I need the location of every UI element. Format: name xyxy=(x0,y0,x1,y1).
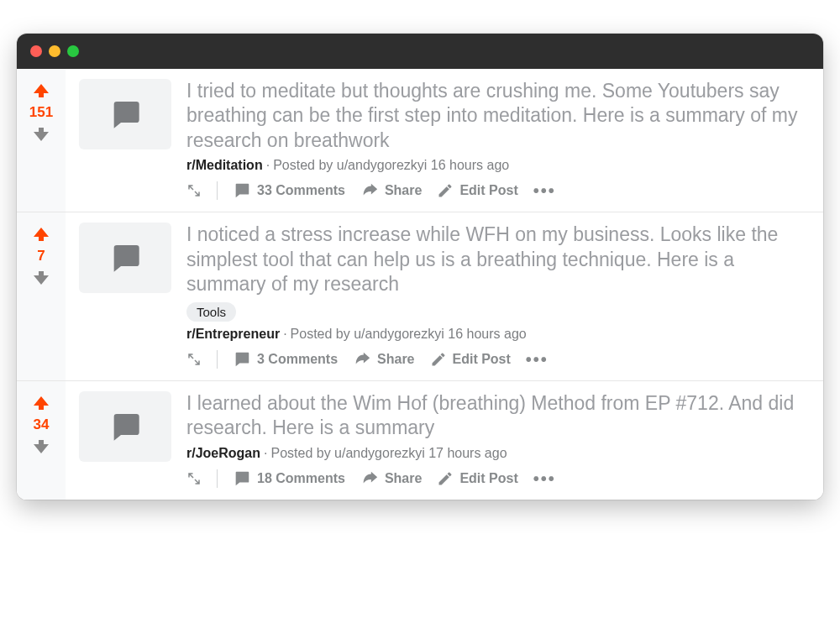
post-card: 7 I noticed a stress increase while WFH … xyxy=(17,212,823,380)
post-title[interactable]: I noticed a stress increase while WFH on… xyxy=(186,223,808,296)
comments-label: 3 Comments xyxy=(257,352,338,367)
post-title[interactable]: I tried to meditate but thoughts are cru… xyxy=(186,79,808,153)
thumbnail-column xyxy=(66,69,180,212)
post-actions: 33 Comments Share Edit Post ••• xyxy=(186,181,808,200)
vote-score: 34 xyxy=(34,416,50,433)
post-list: 151 I tried to meditate but thoughts are… xyxy=(17,69,823,500)
window-close-button[interactable] xyxy=(30,45,42,57)
share-label: Share xyxy=(377,352,414,367)
expand-button[interactable] xyxy=(186,183,202,198)
edit-label: Edit Post xyxy=(459,471,517,486)
share-label: Share xyxy=(385,471,422,486)
comments-label: 18 Comments xyxy=(257,471,345,486)
more-actions-button[interactable]: ••• xyxy=(526,351,549,368)
thumbnail-column xyxy=(66,212,180,380)
post-meta: r/Meditation·Posted by u/andygorezkyi 16… xyxy=(186,158,808,173)
text-post-icon xyxy=(79,391,171,462)
downvote-button[interactable] xyxy=(31,437,51,457)
upvote-button[interactable] xyxy=(31,81,51,101)
expand-button[interactable] xyxy=(186,352,202,367)
posted-by-label: Posted by xyxy=(291,327,354,341)
more-actions-button[interactable]: ••• xyxy=(533,182,556,199)
author-link[interactable]: u/andygorezkyi xyxy=(334,446,425,460)
post-meta: r/JoeRogan·Posted by u/andygorezkyi 17 h… xyxy=(186,446,808,461)
post-age: 16 hours ago xyxy=(431,158,509,172)
post-title[interactable]: I learned about the Wim Hof (breathing) … xyxy=(186,391,808,441)
post-age: 16 hours ago xyxy=(448,327,526,341)
vote-column: 7 xyxy=(17,212,66,380)
post-age: 17 hours ago xyxy=(428,446,507,460)
post-actions: 3 Comments Share Edit Post ••• xyxy=(186,350,808,369)
vote-score: 151 xyxy=(29,104,53,121)
posted-by-label: Posted by xyxy=(270,446,334,460)
edit-label: Edit Post xyxy=(453,352,511,367)
author-link[interactable]: u/andygorezkyi xyxy=(354,327,444,341)
expand-button[interactable] xyxy=(186,471,202,486)
share-button[interactable]: Share xyxy=(353,350,414,369)
edit-button[interactable]: Edit Post xyxy=(437,182,517,199)
edit-button[interactable]: Edit Post xyxy=(430,351,511,368)
upvote-button[interactable] xyxy=(31,224,51,244)
post-actions: 18 Comments Share Edit Post ••• xyxy=(186,469,808,488)
edit-button[interactable]: Edit Post xyxy=(437,470,517,487)
post-card: 151 I tried to meditate but thoughts are… xyxy=(17,69,823,212)
vote-column: 34 xyxy=(17,381,66,500)
posted-by-label: Posted by xyxy=(273,158,337,172)
window-maximize-button[interactable] xyxy=(67,45,79,57)
edit-label: Edit Post xyxy=(459,183,517,198)
post-meta: r/Entrepreneur·Posted by u/andygorezkyi … xyxy=(186,327,808,342)
window-minimize-button[interactable] xyxy=(49,45,60,57)
action-divider xyxy=(217,350,218,369)
comments-button[interactable]: 3 Comments xyxy=(233,350,338,369)
action-divider xyxy=(217,469,218,488)
post-flair[interactable]: Tools xyxy=(186,302,236,322)
upvote-button[interactable] xyxy=(31,393,51,413)
action-divider xyxy=(217,181,218,200)
thumbnail-column xyxy=(66,381,180,500)
share-button[interactable]: Share xyxy=(360,181,422,200)
post-content: I learned about the Wim Hof (breathing) … xyxy=(180,381,823,500)
post-card: 34 I learned about the Wim Hof (breathin… xyxy=(17,381,823,500)
text-post-icon xyxy=(79,223,171,293)
downvote-button[interactable] xyxy=(31,124,51,144)
post-content: I noticed a stress increase while WFH on… xyxy=(180,212,823,380)
subreddit-link[interactable]: r/Meditation xyxy=(186,158,263,172)
subreddit-link[interactable]: r/Entrepreneur xyxy=(186,327,280,341)
downvote-button[interactable] xyxy=(31,268,51,288)
author-link[interactable]: u/andygorezkyi xyxy=(337,158,428,172)
comments-label: 33 Comments xyxy=(257,183,345,198)
share-label: Share xyxy=(385,183,422,198)
vote-score: 7 xyxy=(37,248,45,264)
share-button[interactable]: Share xyxy=(360,469,422,488)
comments-button[interactable]: 18 Comments xyxy=(233,469,345,488)
comments-button[interactable]: 33 Comments xyxy=(233,181,345,200)
app-window: 151 I tried to meditate but thoughts are… xyxy=(17,34,823,500)
window-titlebar xyxy=(17,34,823,69)
subreddit-link[interactable]: r/JoeRogan xyxy=(186,446,260,460)
more-actions-button[interactable]: ••• xyxy=(533,470,556,487)
text-post-icon xyxy=(79,79,171,149)
post-content: I tried to meditate but thoughts are cru… xyxy=(180,69,823,212)
vote-column: 151 xyxy=(17,69,66,212)
